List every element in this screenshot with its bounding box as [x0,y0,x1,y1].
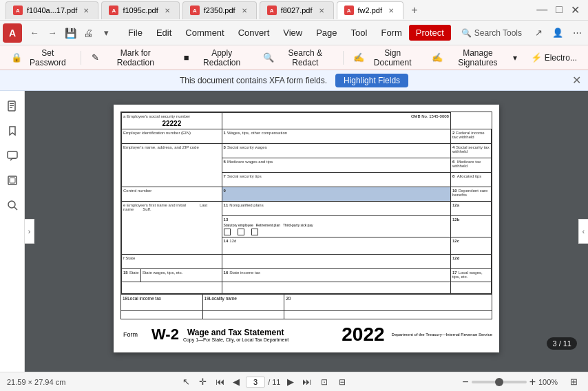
box-19-label: 19Locality name [204,296,237,301]
window-controls: — □ ✕ [534,3,582,17]
box-7-label: 7Social security tips [224,174,449,178]
save-button[interactable]: 💾 [62,25,78,41]
close-button[interactable]: ✕ [568,3,582,17]
sidebar-collapse-button[interactable]: › [25,219,34,244]
box-13-check1 [224,229,231,235]
prev-page-button[interactable]: ◀ [229,375,243,389]
box-16-text: State income tax [229,271,260,275]
new-tab-button[interactable]: + [406,2,423,19]
svg-rect-3 [10,107,12,108]
page-number-input[interactable] [246,377,265,388]
maximize-button[interactable]: □ [553,3,565,17]
electronic-button[interactable]: ⚡ Electro... [525,50,582,66]
electronic-label: Electro... [545,53,577,63]
sidebar-icon-layers[interactable] [3,171,22,190]
box-13-retirement: Retirement plan [256,223,280,227]
tab-close-f8027[interactable]: ✕ [317,6,326,15]
menu-convert[interactable]: Convert [231,25,277,41]
navigation-controls: ↖ ✛ ⏮ ◀ / 11 ▶ ⏭ ⊡ ⊟ [71,374,456,390]
titlebar: A f1040a...17.pdf ✕ A f1095c.pdf ✕ A f23… [0,0,588,21]
search-redact-button[interactable]: 🔍 Search & Redact [258,45,339,70]
box-c-label: Employer's name, address, and ZIP code [123,145,220,149]
box-5-label: 5Medicare wages and tips [224,160,449,164]
tab-close-f2350[interactable]: ✕ [240,6,249,15]
view-mode-button[interactable]: ⊞ [566,374,581,390]
box-12d-label: 12d [452,256,490,260]
zoom-in-button[interactable]: + [529,376,536,388]
crosshair-tool-button[interactable]: ✛ [195,374,210,390]
tab-close-f1095c[interactable]: ✕ [162,6,172,15]
tab-close-fw2[interactable]: ✕ [386,6,396,15]
tab-label-f2350: f2350.pdf [204,6,235,14]
menu-protect[interactable]: Protect [409,25,451,41]
last-page-button[interactable]: ⏭ [300,375,314,389]
box-13-check2 [238,229,244,235]
right-panel-collapse-button[interactable]: ‹ [578,219,588,244]
more-button[interactable]: ▾ [98,25,114,41]
main-layout: › a Employee's social security number 22… [0,91,588,372]
tax-year: 2022 [342,324,384,346]
tab-fw2[interactable]: A fw2.pdf ✕ [337,1,403,19]
menu-page[interactable]: Page [309,25,344,41]
tab-f2350[interactable]: A f2350.pdf ✕ [182,1,257,19]
department-text: Department of the Treasury—Internal Reve… [392,332,492,337]
fit-page-button[interactable]: ⊡ [317,374,332,390]
tab-f8027[interactable]: A f8027.pdf ✕ [260,1,334,19]
mark-for-redaction-label: Mark for Redaction [103,48,167,67]
first-page-button[interactable]: ⏮ [213,375,227,389]
notification-text: This document contains XFA form fields. [180,76,327,85]
search-tools-button[interactable]: 🔍 Search Tools [456,25,527,41]
statusbar: 21.59 × 27.94 cm ↖ ✛ ⏮ ◀ / 11 ▶ ⏭ ⊡ ⊟ − … [0,372,588,391]
zoom-thumb [495,378,503,386]
print-button[interactable]: 🖨 [80,25,96,41]
forward-button[interactable]: → [44,25,61,41]
tab-close-f1040a[interactable]: ✕ [81,6,91,15]
tab-icon-fw2: A [344,6,354,15]
apply-redaction-button[interactable]: ■ Apply Redaction [176,45,255,70]
zoom-slider[interactable] [472,381,527,383]
pdf-content-area[interactable]: a Employee's social security number 2222… [25,91,588,372]
box-e-first-name: Employee's first name and initial [127,203,186,207]
tab-f1040a[interactable]: A f1040a...17.pdf ✕ [6,1,98,19]
user-button[interactable]: 👤 [549,25,566,41]
manage-signatures-button[interactable]: ✍ Manage Signatures ▾ [426,45,523,70]
tab-f1095c[interactable]: A f1095c.pdf ✕ [101,1,179,19]
set-password-button[interactable]: 🔒 Set Password [6,45,76,70]
back-button[interactable]: ← [26,25,43,41]
share-button[interactable]: ↗ [530,25,547,41]
fit-width-button[interactable]: ⊟ [335,374,350,390]
svg-rect-6 [10,178,15,183]
highlight-fields-button[interactable]: Highlight Fields [335,74,408,87]
zoom-out-button[interactable]: − [462,376,468,388]
box-15b-text: State wages, tips, etc. [143,271,183,275]
svg-rect-1 [10,103,14,104]
box-4-label: 4Social security tax withheld [452,145,490,154]
overflow-button[interactable]: ⋯ [569,25,585,41]
menubar: A ← → 💾 🖨 ▾ File Edit Comment Convert Vi… [0,21,588,45]
menu-view[interactable]: View [276,25,309,41]
sidebar-icon-pages[interactable] [3,96,22,116]
sign-document-button[interactable]: ✍ Sign Document [348,45,423,70]
mark-for-redaction-button[interactable]: ✎ Mark for Redaction [85,45,174,70]
menu-edit[interactable]: Edit [149,25,178,41]
minimize-button[interactable]: — [534,3,550,17]
copy-info: Copy 1—For State, City, or Local Tax Dep… [183,337,288,342]
next-page-button[interactable]: ▶ [284,375,297,389]
box-11-text: Nonqualified plans [229,203,263,207]
box-7-text: Social security tips [227,174,262,178]
cursor-tool-button[interactable]: ↖ [178,374,193,390]
sign-icon: ✍ [353,52,364,63]
menu-tool[interactable]: Tool [344,25,375,41]
sidebar-icon-bookmarks[interactable] [3,121,22,140]
box-2-text: Federal income tax withheld [452,131,485,139]
form-title: W-2 [151,326,179,344]
sidebar [0,91,25,372]
sidebar-icon-comments[interactable] [3,146,22,165]
menu-file[interactable]: File [121,25,149,41]
box-f-text: State [125,256,135,260]
sidebar-icon-search[interactable] [3,196,22,215]
box-20-label: 20 [286,296,291,301]
notification-close-button[interactable]: ✕ [572,74,581,87]
menu-comment[interactable]: Comment [178,25,231,41]
menu-form[interactable]: Form [374,25,408,41]
